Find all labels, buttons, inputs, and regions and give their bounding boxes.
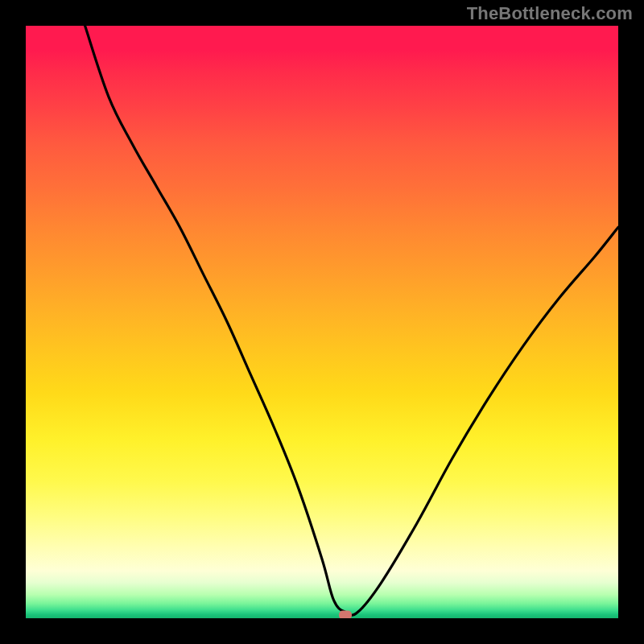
- plot-area: [26, 26, 618, 618]
- bottleneck-marker: [339, 611, 352, 619]
- chart-frame: TheBottleneck.com: [0, 0, 644, 644]
- curve-layer: [26, 26, 618, 618]
- watermark-text: TheBottleneck.com: [467, 3, 633, 24]
- bottleneck-curve: [85, 26, 618, 615]
